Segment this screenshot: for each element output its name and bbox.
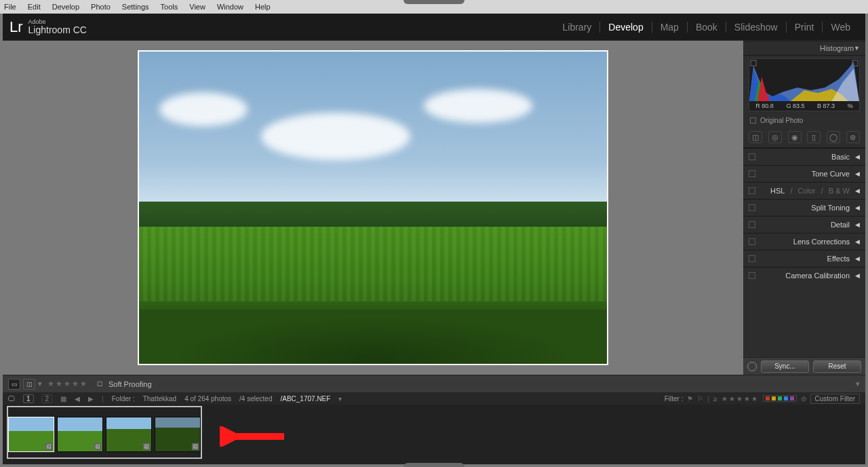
flag-pick-icon[interactable]: ⚑ <box>687 395 693 403</box>
thumbnail[interactable]: ◱ <box>8 417 54 452</box>
app-window: Lr Adobe Lightroom CC Library Develop Ma… <box>3 14 865 464</box>
brand-product: Lightroom CC <box>28 25 87 35</box>
reset-button[interactable]: Reset <box>813 360 861 373</box>
flag-reject-icon[interactable]: ⚐ <box>697 395 703 403</box>
crop-tool[interactable]: ◫ <box>749 131 762 143</box>
top-bar: Lr Adobe Lightroom CC Library Develop Ma… <box>3 14 865 41</box>
spot-removal-tool[interactable]: ◎ <box>768 131 782 143</box>
brand: Lr Adobe Lightroom CC <box>9 18 87 36</box>
rating-compare-icon[interactable]: ≥ <box>713 395 717 403</box>
custom-filter-dropdown[interactable]: Custom Filter <box>810 394 860 404</box>
current-filename[interactable]: /ABC_1707.NEF <box>280 395 330 403</box>
view-badge-1[interactable]: 1 <box>23 394 34 403</box>
module-book[interactable]: Book <box>688 22 726 33</box>
collapse-bottom-panel[interactable] <box>403 463 465 467</box>
folder-name[interactable]: Thattekkad <box>143 395 176 403</box>
badge-icon: ◱ <box>192 443 199 450</box>
panel-hsl[interactable]: HSL/Color/B & W◀ <box>743 182 865 199</box>
histogram-header[interactable]: Histogram ▼ <box>743 41 865 56</box>
original-photo-toggle[interactable]: Original Photo <box>743 114 865 127</box>
menu-window[interactable]: Window <box>217 3 243 11</box>
histogram-graph <box>749 59 859 101</box>
sync-reset-row: Sync... Reset <box>743 357 865 375</box>
thumbnail[interactable]: ◱ <box>155 417 201 452</box>
menu-photo[interactable]: Photo <box>91 3 111 11</box>
color-label-purple[interactable] <box>790 396 794 400</box>
menu-develop[interactable]: Develop <box>52 3 79 11</box>
module-slideshow[interactable]: Slideshow <box>726 22 787 33</box>
badge-icon: ◱ <box>45 443 52 450</box>
module-develop[interactable]: Develop <box>600 22 652 33</box>
checkbox-icon[interactable]: ☐ <box>94 379 106 390</box>
panel-split-toning[interactable]: Split Toning◀ <box>743 199 865 216</box>
module-map[interactable]: Map <box>652 22 688 33</box>
thumbnail[interactable]: ◱ <box>57 417 103 452</box>
panel-detail[interactable]: Detail◀ <box>743 216 865 233</box>
collapse-top-panel[interactable] <box>403 0 465 4</box>
module-print[interactable]: Print <box>787 22 823 33</box>
soft-proofing-label[interactable]: Soft Proofing <box>108 380 152 388</box>
redeye-tool[interactable]: ◉ <box>788 131 802 143</box>
radial-filter-tool[interactable]: ◯ <box>827 131 840 143</box>
histogram-display[interactable]: R 80.8 G 83.5 B 87.3 % <box>749 58 860 111</box>
filmstrip-infobar: 🖵 1 2 ▦ ◀ ▶ | Folder : Thattekkad 4 of 2… <box>3 392 865 405</box>
develop-tool-strip: ◫ ◎ ◉ ▯ ◯ ⊚ <box>743 127 865 148</box>
badge-icon: ◱ <box>143 443 150 450</box>
selected-count: /4 selected <box>239 395 272 403</box>
before-after-button[interactable]: ◫ <box>23 379 35 390</box>
graduated-filter-tool[interactable]: ▯ <box>807 131 821 143</box>
nav-forward-icon[interactable]: ▶ <box>88 395 94 403</box>
photo-canvas[interactable] <box>139 52 607 364</box>
workspace: Histogram ▼ R 80.8 G 83.5 B 87.3 <box>3 41 865 375</box>
checkbox-icon <box>750 117 756 124</box>
photo-count: 4 of 264 photos <box>184 395 231 403</box>
menu-tools[interactable]: Tools <box>161 3 178 11</box>
svg-rect-6 <box>751 60 756 66</box>
panel-basic[interactable]: Basic◀ <box>743 148 865 165</box>
filter-stars[interactable]: ★★★★★ <box>722 395 759 403</box>
second-window-icon[interactable]: 🖵 <box>8 395 15 403</box>
menu-help[interactable]: Help <box>255 3 271 11</box>
chevron-down-icon: ▼ <box>854 45 860 52</box>
module-library[interactable]: Library <box>555 22 601 33</box>
arrow-annotation <box>220 426 288 447</box>
rating-stars[interactable]: ★★★★★ <box>47 379 88 388</box>
filmstrip[interactable]: ◱ ◱ ◱ ◱ <box>3 405 865 464</box>
grid-icon[interactable]: ▦ <box>60 395 66 403</box>
menu-settings[interactable]: Settings <box>122 3 149 11</box>
sync-button[interactable]: Sync... <box>761 360 809 373</box>
right-panel: Histogram ▼ R 80.8 G 83.5 B 87.3 <box>743 41 865 375</box>
filter-label: Filter : <box>665 395 684 403</box>
thumbnail[interactable]: ◱ <box>106 417 152 452</box>
menu-file[interactable]: File <box>4 3 16 11</box>
panel-camera-calibration[interactable]: Camera Calibration◀ <box>743 267 865 284</box>
panel-lens-corrections[interactable]: Lens Corrections◀ <box>743 233 865 250</box>
view-badge-2[interactable]: 2 <box>42 394 53 403</box>
color-label-red[interactable] <box>766 396 770 400</box>
toolbar-chevron-icon[interactable]: ▾ <box>856 379 860 388</box>
module-picker: Library Develop Map Book Slideshow Print… <box>555 22 859 33</box>
develop-toolbar: ▭ ◫ ▾ ★★★★★ ☐ Soft Proofing ▾ <box>3 375 865 392</box>
color-label-blue[interactable] <box>784 396 788 400</box>
original-photo-label: Original Photo <box>760 117 803 124</box>
menu-view[interactable]: View <box>189 3 205 11</box>
canvas-area[interactable] <box>3 41 743 375</box>
previous-settings-icon[interactable] <box>747 362 757 371</box>
histogram-title: Histogram <box>820 44 854 52</box>
chevron-down-icon[interactable]: ▾ <box>38 379 42 388</box>
brand-logo: Lr <box>9 18 23 36</box>
filter-lock-icon[interactable]: ⊘ <box>801 395 806 403</box>
loupe-view-button[interactable]: ▭ <box>8 379 20 390</box>
menu-edit[interactable]: Edit <box>28 3 41 11</box>
panel-tone-curve[interactable]: Tone Curve◀ <box>743 165 865 182</box>
badge-icon: ◱ <box>94 443 101 450</box>
panel-effects[interactable]: Effects◀ <box>743 250 865 267</box>
nav-back-icon[interactable]: ◀ <box>75 395 80 403</box>
adjustment-brush-tool[interactable]: ⊚ <box>846 131 860 143</box>
color-label-green[interactable] <box>778 396 782 400</box>
color-label-yellow[interactable] <box>772 396 776 400</box>
chevron-down-icon[interactable]: ▾ <box>338 395 342 403</box>
histogram-rgb-readout: R 80.8 G 83.5 B 87.3 % <box>749 101 859 111</box>
color-label-filter[interactable] <box>763 395 797 402</box>
module-web[interactable]: Web <box>823 22 859 33</box>
